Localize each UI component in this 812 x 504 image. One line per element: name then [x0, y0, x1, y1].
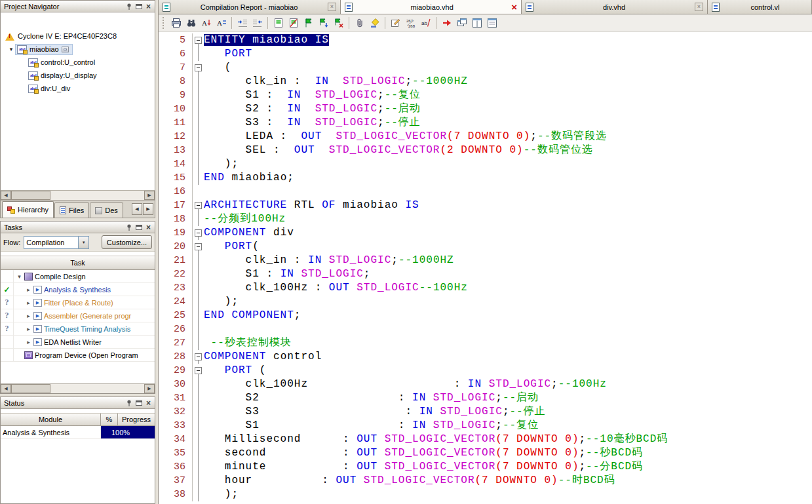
code-line[interactable]: 12 LEDA : OUT STD_LOGIC_VECTOR(7 DOWNTO …	[159, 130, 812, 144]
code-line[interactable]: 16	[159, 185, 812, 199]
progress-column-header[interactable]: Progress	[118, 414, 155, 425]
task-row[interactable]: Program Device (Open Program	[1, 349, 155, 362]
bookmark-clear-icon[interactable]	[331, 16, 346, 30]
code-line[interactable]: 10 S2 : IN STD_LOGIC;--启动	[159, 102, 812, 116]
code-line[interactable]: 34 Millisecond : OUT STD_LOGIC_VECTOR(7 …	[159, 433, 812, 446]
window-tile-icon[interactable]	[469, 16, 484, 30]
code-line[interactable]: 38 );	[159, 488, 812, 501]
fold-collapse-icon[interactable]	[195, 243, 202, 250]
task-row[interactable]: ✓▸▶Analysis & Synthesis	[1, 283, 155, 296]
fold-collapse-icon[interactable]	[195, 202, 202, 209]
expander-icon[interactable]: ▸	[24, 286, 33, 293]
code-line[interactable]: 6 PORT	[159, 47, 812, 61]
task-row[interactable]: ?▸▶TimeQuest Timing Analysis	[1, 322, 155, 336]
code-line[interactable]: 22 S1 : IN STD_LOGIC;	[159, 267, 812, 281]
scroll-left-icon[interactable]: ◀	[1, 384, 11, 393]
scroll-thumb[interactable]	[11, 384, 50, 393]
float-window-icon[interactable]	[134, 2, 144, 11]
window-cascade-icon[interactable]	[454, 16, 469, 30]
code-line[interactable]: 11 S3 : IN STD_LOGIC;--停止	[159, 116, 812, 130]
tab-close-icon[interactable]: ×	[695, 3, 703, 11]
pin-icon[interactable]	[124, 2, 134, 11]
task-column-header[interactable]: Task	[1, 256, 155, 270]
tree-item[interactable]: ▾abdmiaobiao	[1, 43, 155, 56]
code-line[interactable]: 18--分频到100Hz	[159, 212, 812, 226]
expander-icon[interactable]: ▸	[24, 339, 33, 345]
code-editor[interactable]: 5ENTITY miaobiao IS6 PORT7 (8 clk_in : I…	[159, 31, 812, 504]
expander-icon[interactable]: ▸	[24, 326, 33, 332]
pin-icon[interactable]	[124, 398, 134, 408]
float-window-icon[interactable]	[134, 223, 144, 232]
module-column-header[interactable]: Module	[1, 414, 101, 425]
fold-collapse-icon[interactable]	[195, 37, 202, 44]
task-row[interactable]: ?▸▶Assembler (Generate progr	[1, 309, 155, 322]
code-line[interactable]: 31 S2 : IN STD_LOGIC;--启动	[159, 391, 812, 405]
flow-select[interactable]: Compilation ▼	[24, 236, 89, 249]
task-row[interactable]: ▸▶EDA Netlist Writer	[1, 336, 155, 349]
highlight-icon[interactable]	[367, 16, 382, 30]
code-line[interactable]: 8 clk_in : IN STD_LOGIC;--1000HZ	[159, 75, 812, 88]
code-line[interactable]: 9 S1 : IN STD_LOGIC;--复位	[159, 88, 812, 102]
edit-box-icon[interactable]	[388, 16, 403, 30]
close-icon[interactable]: ×	[144, 398, 153, 408]
code-line[interactable]: 32 S3 : IN STD_LOGIC;--停止	[159, 405, 812, 419]
code-line[interactable]: 26	[159, 322, 812, 336]
code-line[interactable]: 7 (	[159, 61, 812, 75]
expander-icon[interactable]: ▾	[15, 273, 24, 280]
scroll-right-icon[interactable]: ▶	[144, 384, 155, 393]
code-line[interactable]: 21 clk_in : IN STD_LOGIC;--1000HZ	[159, 254, 812, 267]
navigator-tab-files[interactable]: Files	[54, 203, 89, 218]
comment-icon[interactable]	[271, 16, 286, 30]
tasks-hscrollbar[interactable]: ◀ ▶	[1, 383, 155, 393]
code-line[interactable]: 23 clk_100Hz : OUT STD_LOGIC--100Hz	[159, 281, 812, 295]
line-count-icon[interactable]: 267268	[403, 16, 418, 30]
code-line[interactable]: 14 );	[159, 157, 812, 171]
code-line[interactable]: 15END miaobiao;	[159, 171, 812, 185]
code-line[interactable]: 5ENTITY miaobiao IS	[159, 33, 812, 47]
fold-collapse-icon[interactable]	[195, 229, 202, 237]
close-icon[interactable]: ×	[144, 2, 153, 11]
expander-icon[interactable]: ▾	[7, 46, 15, 52]
goto-icon[interactable]	[439, 16, 454, 30]
bookmark-icon[interactable]	[301, 16, 316, 30]
fold-collapse-icon[interactable]	[195, 353, 202, 360]
code-line[interactable]: 20 PORT(	[159, 240, 812, 254]
code-line[interactable]: 30 clk_100Hz : IN STD_LOGIC;--100Hz	[159, 378, 812, 391]
task-row[interactable]: ?▸▶Fitter (Place & Route)	[1, 296, 155, 309]
editor-tab[interactable]: miaobiao.vhd×	[341, 0, 522, 14]
code-line[interactable]: 35 second : OUT STD_LOGIC_VECTOR(7 DOWNT…	[159, 446, 812, 460]
expander-icon[interactable]: ▸	[24, 313, 33, 319]
task-row[interactable]: ▾Compile Design	[1, 270, 155, 283]
chevron-down-icon[interactable]: ▼	[78, 237, 88, 248]
scroll-right-icon[interactable]: ▶	[144, 191, 155, 200]
code-line[interactable]: 13 SEL : OUT STD_LOGIC_VECTOR(2 DOWNTO 0…	[159, 144, 812, 157]
code-line[interactable]: 19COMPONENT div	[159, 226, 812, 240]
unindent-icon[interactable]	[250, 16, 265, 30]
editor-tab[interactable]: control.vl	[708, 0, 812, 14]
tree-item[interactable]: !Cyclone IV E: EP4CE40F23C8	[1, 29, 155, 43]
pin-icon[interactable]	[124, 223, 134, 232]
tab-scroll-left-icon[interactable]: ◀	[132, 203, 142, 215]
editor-tab[interactable]: Compilation Report - miaobiao×	[159, 0, 341, 14]
navigator-tab-des[interactable]: Des	[90, 203, 123, 218]
find-icon[interactable]	[184, 16, 199, 30]
tree-item[interactable]: abdcontrol:U_control	[1, 56, 155, 69]
navigator-tab-hierarchy[interactable]: Hierarchy	[2, 201, 54, 218]
uncomment-icon[interactable]	[286, 16, 301, 30]
code-line[interactable]: 24 );	[159, 295, 812, 309]
window-list-icon[interactable]	[484, 16, 499, 30]
replace-icon[interactable]: A	[214, 16, 229, 30]
word-wrap-icon[interactable]: ab	[418, 16, 433, 30]
toolbar-drag-handle[interactable]	[163, 17, 165, 29]
scroll-track[interactable]	[11, 191, 144, 200]
code-line[interactable]: 33 S1 : IN STD_LOGIC;--复位	[159, 419, 812, 433]
bookmark-next-icon[interactable]	[316, 16, 331, 30]
tab-close-icon[interactable]: ×	[511, 3, 517, 11]
tree-item[interactable]: abddisplay:U_display	[1, 69, 155, 82]
attach-icon[interactable]	[352, 16, 367, 30]
indent-icon[interactable]	[235, 16, 250, 30]
expander-icon[interactable]: ▸	[24, 300, 33, 306]
code-line[interactable]: 27 --秒表控制模块	[159, 336, 812, 350]
close-icon[interactable]: ×	[144, 223, 153, 232]
fold-collapse-icon[interactable]	[195, 64, 202, 71]
